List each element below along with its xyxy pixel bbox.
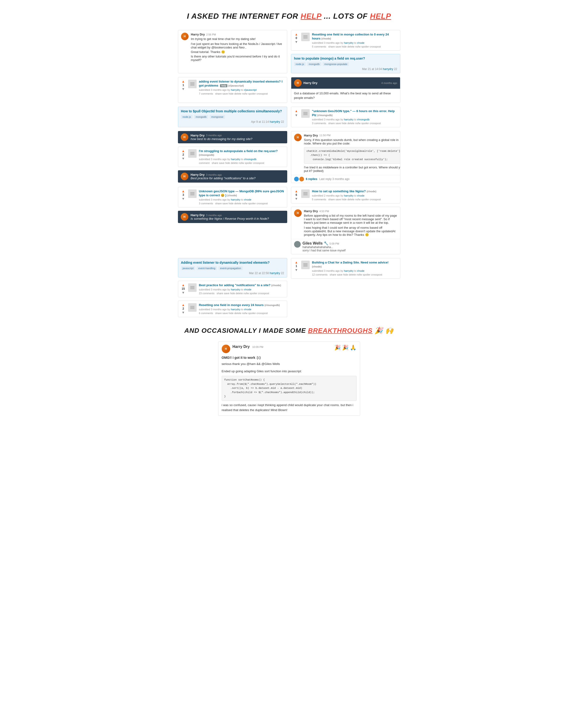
post-content-8: Resetting one field in mongo every 24 ho… — [199, 303, 284, 315]
dq1-avatar: H — [181, 133, 188, 141]
chat-card-4: H Harry Dry 11:50 PM Sorry, if this ques… — [291, 131, 400, 183]
so-tags-1: node.js mongodb mongoose-populate — [294, 62, 397, 66]
so-tags-2: node.js mongodb mongoose — [181, 115, 284, 119]
so-meta-2: Apr 9 at 11:14 harrydry 22 — [181, 120, 284, 124]
vote-up-2[interactable]: ▲ — [182, 80, 185, 83]
so-tag-3b[interactable]: event-handling — [197, 266, 217, 270]
vote-down-7[interactable]: ▼ — [182, 291, 185, 294]
reply-avatars-4 — [294, 177, 304, 181]
post-content-5: Unknown geoJSON type — MongoDB (99% sure… — [199, 189, 284, 205]
vote-down-6[interactable]: ▼ — [295, 197, 298, 200]
vote-up-9[interactable]: ▲ — [295, 261, 298, 264]
chat-message-1a: Im trying to get real time chat for my d… — [191, 37, 284, 41]
avatar-harry-1: H — [181, 33, 189, 40]
post-title-8[interactable]: Resetting one field in mongo every 24 ho… — [199, 303, 284, 307]
so-tag-2c[interactable]: mongoose — [210, 115, 225, 119]
vote-down-8[interactable]: ▼ — [182, 311, 185, 314]
post-icon-5 — [188, 189, 197, 198]
reddit-post-5: ▲ 3 ▼ Unknown geoJSON type — MongoDB (99… — [178, 187, 287, 207]
vote-count-5: 3 — [182, 193, 184, 197]
chat-message-1c: Great tutorial. Thanks 🙂 — [191, 50, 284, 54]
so-card-2: How to $pull ObjectId from multiple coll… — [178, 107, 287, 127]
right-col-6: ▲ 1 ▼ Building a Chat for a Dating Site.… — [291, 258, 400, 317]
vote-up-6[interactable]: ▲ — [295, 189, 298, 193]
reddit-post-6: ▲ 6 ▼ How to set up something like Nginx… — [291, 187, 400, 203]
vote-count-4: 2 — [182, 153, 184, 156]
reddit-post-8: ▲ 2 ▼ Resetting one field in mongo every… — [178, 301, 287, 317]
chat-header-2: H Harry Dry 4 months ago — [291, 77, 400, 89]
post-actions-5: 3 comments share save hide delete nsfw s… — [199, 202, 284, 205]
post-title-9[interactable]: Building a Chat for a Dating Site. Need … — [312, 261, 397, 269]
post-icon-8 — [188, 303, 197, 312]
dq1-time: 3 months ago — [206, 134, 222, 137]
avatar-4: H — [294, 134, 302, 141]
so-tag-2b[interactable]: mongodb — [194, 115, 208, 119]
so-title-2[interactable]: How to $pull ObjectId from multiple coll… — [181, 109, 284, 113]
breakthrough-card: H Harry Dry 10:09 PM 🎉 🎉 🙏 OMG!! i got i… — [218, 341, 360, 416]
so-tag-1c[interactable]: mongoose-populate — [323, 62, 349, 66]
left-col-5: ▲ 3 ▼ Unknown geoJSON type — MongoDB (99… — [178, 187, 287, 254]
vote-col-2: ▲ 1 ▼ — [181, 80, 186, 90]
so-tag-3c[interactable]: event-propagation — [218, 266, 243, 270]
main-title: I ASKED THE INTERNET FOR HELP ... LOTS O… — [178, 12, 400, 21]
post-content-7: Best practice for adding "notifications"… — [199, 283, 284, 295]
so-title-3[interactable]: Adding event listener to dynamically ins… — [181, 261, 284, 264]
post-actions-4: comment share save hide delete nsfw spoi… — [199, 161, 284, 164]
so-tag-1b[interactable]: mongodb — [307, 62, 321, 66]
chat-body-2: Got a database of 10,000 emails. What's … — [291, 89, 400, 103]
vote-up-7[interactable]: ▲ — [182, 283, 185, 287]
post-meta-7: submitted 3 months ago by harrydry to r/… — [199, 288, 284, 291]
vote-down-2[interactable]: ▼ — [182, 87, 185, 90]
vote-down-5[interactable]: ▼ — [182, 197, 185, 200]
dq3-avatar: H — [181, 213, 188, 221]
so-title-1[interactable]: how to populate (mongo) a field on req.u… — [294, 56, 397, 60]
post-meta-2: submitted 3 months ago by harrydry to r/… — [199, 88, 284, 91]
section2-title: AND OCCASIONALLY I MADE SOME BREAKTHROUG… — [178, 327, 400, 334]
vote-up-1[interactable]: ▲ — [295, 33, 298, 36]
reddit-post-1: ▲ 0 ▼ Resetting one field in mongo colle… — [291, 30, 400, 51]
row-4: H Harry Dry 3 months ago how best to do … — [178, 131, 400, 183]
chat4-time: 11:50 PM — [319, 134, 330, 137]
post-actions-1: 5 comments share save hide delete nsfw s… — [312, 45, 397, 48]
post-title-3[interactable]: "unknown GeoJSON type." — 6 hours on thi… — [312, 109, 397, 117]
chat4-username: Harry Dry — [304, 134, 318, 137]
chat4-code: chatkit.createGlobalRole('mycoolglboalro… — [304, 147, 400, 164]
chat-time2: 4 months ago — [381, 82, 397, 84]
chat7-time: 4:53 PM — [319, 210, 329, 213]
vote-up-5[interactable]: ▲ — [182, 189, 185, 193]
row-2: ▲ 1 ▼ adding event listener to dynamical… — [178, 77, 400, 103]
dq3-username: Harry Dry — [191, 213, 205, 217]
post-title-2[interactable]: adding event listener to dynamically ins… — [199, 80, 284, 88]
so-tag-1a[interactable]: node.js — [294, 62, 306, 66]
reddit-post-3: ▲ ▼ "unknown GeoJSON type." — 6 hours on… — [291, 107, 400, 127]
bt-avatar: H — [222, 345, 230, 353]
vote-down-4[interactable]: ▼ — [182, 157, 185, 160]
vote-up-4[interactable]: ▲ — [182, 149, 185, 153]
chat4-msg1: Sorry, if this question sounds dumb, but… — [304, 138, 400, 145]
so-tag-2a[interactable]: node.js — [181, 115, 193, 119]
post-title-7[interactable]: Best practice for adding "notifications"… — [199, 283, 284, 287]
bt-msg1: OMG!! i got it to work :):) — [222, 355, 356, 360]
so-card-3: Adding event listener to dynamically ins… — [178, 258, 287, 278]
vote-up-3[interactable]: ▲ — [295, 109, 298, 112]
so-tag-3a[interactable]: javascript — [181, 266, 195, 270]
vote-down-1[interactable]: ▼ — [295, 40, 298, 44]
vote-down-9[interactable]: ▼ — [295, 268, 298, 271]
replies-link-4[interactable]: 6 replies — [306, 177, 318, 181]
post-title-5[interactable]: Unknown geoJSON type — MongoDB (99% sure… — [199, 189, 284, 198]
vote-down-3[interactable]: ▼ — [295, 113, 298, 117]
row-3: How to $pull ObjectId from multiple coll… — [178, 107, 400, 127]
reddit-post-7: ▲ 15 ▼ Best practice for adding "notific… — [178, 281, 287, 297]
post-content-6: How to set up something like Nginx? (r/n… — [312, 189, 397, 201]
post-icon-1 — [301, 33, 310, 41]
post-title-6[interactable]: How to set up something like Nginx? (r/n… — [312, 189, 397, 193]
vote-col-4: ▲ 2 ▼ — [181, 149, 186, 160]
chat-card-1: H Harry Dry 2:56 PM Im trying to get rea… — [178, 30, 287, 73]
vote-col-1: ▲ 0 ▼ — [294, 33, 299, 44]
post-title-1[interactable]: Resetting one field in mongo collection … — [312, 33, 397, 41]
vote-up-8[interactable]: ▲ — [182, 303, 185, 307]
avatar-7: H — [294, 209, 302, 217]
post-title-4[interactable]: I'm struggling to autopopulate a field o… — [199, 149, 284, 157]
row-1: H Harry Dry 2:56 PM Im trying to get rea… — [178, 30, 400, 73]
reply-text2: sorry I had that same issue myself — [303, 249, 397, 252]
